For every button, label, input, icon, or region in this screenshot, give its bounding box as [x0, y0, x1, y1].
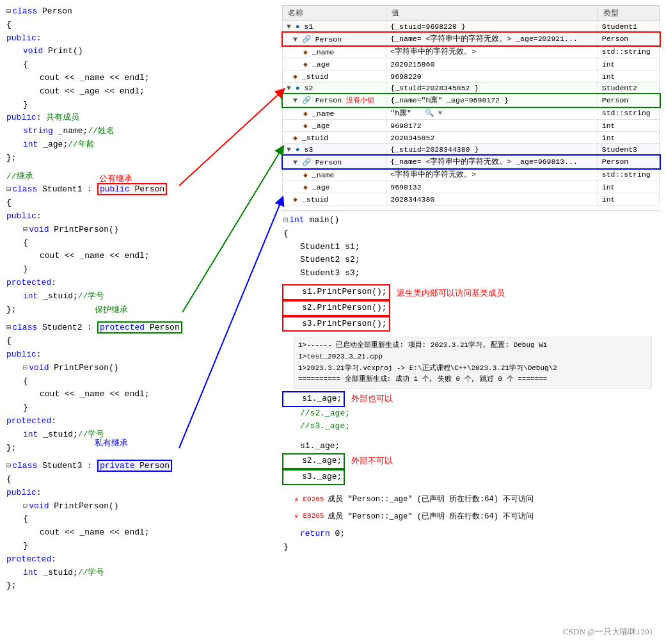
table-row: ◆ _name "h廪" 🔍 ▼ std::string: [283, 107, 660, 120]
row-type: int: [598, 70, 659, 83]
row-name: ▼ ● s1: [283, 21, 386, 33]
code-line: };: [5, 579, 266, 593]
left-code-panel: ⊟class Person { public: void Print() { c…: [0, 0, 266, 598]
code-line: {: [5, 335, 266, 348]
annotation-private-inherit: 私有继承: [95, 437, 128, 449]
col-header-name: 名称: [283, 6, 386, 21]
row-type: Student3: [598, 144, 659, 156]
code-line: ⊟void PrintPerson(): [5, 500, 266, 513]
row-type: int: [598, 193, 659, 205]
code-line: //继承: [5, 170, 266, 184]
error-text: 成员 "Person::_age" (已声明 所在行数:64) 不可访问: [328, 511, 534, 523]
code-line: {: [5, 513, 266, 526]
footer-text: CSDN @一只大喵咪1201: [563, 626, 653, 638]
error-row: ⚡ E0265 成员 "Person::_age" (已声明 所在行数:64) …: [294, 508, 661, 525]
error-icon: ⚡: [294, 493, 299, 507]
table-row: ▼ ● s2 {_stuid=2028345852 } Student2: [283, 83, 660, 94]
code-line: ⊟class Student1 : public Person: [5, 183, 266, 197]
row-type: std::string: [598, 107, 659, 120]
row-value: {_name="h廪" _age=9698172 }: [386, 94, 598, 107]
code-line: {: [5, 58, 266, 72]
output-line: ========== 全部重新生成: 成功 1 个, 失败 0 个, 跳过 0 …: [298, 374, 647, 385]
table-row: ◆ _name <字符串中的字符无效。> std::string: [283, 168, 660, 181]
table-row: ▼ ● s1 {_stuid=9698220 } Student1: [283, 21, 660, 33]
table-row: ◆ _name <字符串中的字符无效。> std::string: [283, 45, 660, 58]
printperson-box-red3: s3.PrintPerson();: [282, 316, 390, 332]
error-code[interactable]: E0265: [303, 494, 324, 506]
annotation-external-no: 外部不可以: [351, 453, 393, 468]
code-line: ⊟void PrintPerson(): [5, 362, 266, 375]
code-line: int _stuid;//学号: [5, 290, 266, 303]
code-line: ⊟void PrintPerson(): [5, 223, 266, 237]
row-type: std::string: [598, 168, 659, 181]
code-line: ⊟class Person: [5, 5, 266, 19]
code-line: ⊟class Student3 : private Person: [5, 460, 266, 473]
code-line: return 0;: [282, 527, 661, 541]
annotation-public-inherit: 公有继承: [99, 173, 132, 184]
row-value: 9698220: [386, 70, 598, 83]
code-line: ⊟int main(): [282, 214, 661, 227]
code-line: };: [5, 442, 266, 455]
code-line: cout << _name << endl;: [5, 250, 266, 263]
code-line: public: 共有成员: [5, 111, 266, 125]
code-line: };: [5, 152, 266, 165]
code-line: protected:: [5, 415, 266, 428]
row-value: {_name= <字符串中的字符无效。> _age=969813...: [386, 156, 598, 168]
row-name: ◆ _stuid: [283, 70, 386, 83]
row-name: ◆ _name: [283, 168, 386, 181]
debug-table: 名称 值 类型 ▼ ● s1 {_stuid=9698220 } Student…: [282, 5, 660, 205]
code-line: Student2 s2;: [282, 254, 661, 267]
code-line: }: [282, 541, 661, 554]
s2-age-box: s2._age;: [282, 453, 345, 469]
row-type: Person: [598, 156, 659, 168]
row-type: Student2: [598, 83, 659, 94]
code-line: int _stuid;//学号: [5, 567, 266, 580]
row-value: 9698132: [386, 181, 598, 193]
row-value: "h廪" 🔍 ▼: [386, 107, 598, 120]
code-line: public:: [5, 32, 266, 45]
printperson-box-red: s1.PrintPerson();: [282, 284, 390, 300]
table-row: ◆ _stuid 2028344380 int: [283, 193, 660, 205]
error-code[interactable]: E0265: [303, 511, 324, 522]
row-name: ◆ _stuid: [283, 132, 386, 144]
output-line: 1>2023.3.21学习.vcxproj -> E:\正式课程\C++\202…: [298, 363, 647, 374]
row-type: int: [598, 132, 659, 144]
annotation-protected-inherit: 保护继承: [95, 304, 128, 316]
code-line: cout << _name << endl;: [5, 526, 266, 540]
error-icon: ⚡: [294, 510, 299, 524]
row-value: 2029215860: [386, 58, 598, 70]
code-line: protected:: [5, 553, 266, 567]
row-type: Person: [598, 94, 659, 107]
table-row: ▼ 🔗 Person 没有小锁 {_name="h廪" _age=9698172…: [283, 94, 660, 107]
code-line: cout << _name << endl;: [5, 388, 266, 401]
row-type: Person: [598, 33, 659, 45]
code-line: }: [5, 99, 266, 112]
class-person-section: ⊟class Person { public: void Print() { c…: [5, 5, 266, 165]
code-line: s1._age;: [282, 440, 661, 453]
row-value: {_stuid=2028344380 }: [386, 144, 598, 156]
col-header-type: 类型: [598, 6, 659, 21]
row-name: ▼ 🔗 Person: [283, 33, 386, 45]
code-line: }: [5, 263, 266, 277]
printperson-box-red2: s2.PrintPerson();: [282, 300, 390, 316]
row-name: ◆ _stuid: [283, 193, 386, 205]
row-name: ▼ 🔗 Person 没有小锁: [283, 94, 386, 107]
row-type: int: [598, 58, 659, 70]
code-line: string _name;//姓名: [5, 125, 266, 138]
code-line: public:: [5, 348, 266, 362]
row-name: ◆ _name: [283, 45, 386, 58]
code-line: {: [5, 473, 266, 487]
row-value: 2028344380: [386, 193, 598, 205]
code-line: };: [5, 303, 266, 317]
row-name: ◆ _age: [283, 58, 386, 70]
row-type: Student1: [598, 21, 659, 33]
code-line: {: [5, 19, 266, 32]
table-row: ◆ _stuid 2028345852 int: [283, 132, 660, 144]
code-line: //s3._age;: [282, 420, 661, 433]
s3-age-box: s3._age;: [282, 469, 345, 485]
row-value: <字符串中的字符无效。>: [386, 168, 598, 181]
code-line: Student1 s1;: [282, 241, 661, 254]
code-line: protected:: [5, 277, 266, 290]
row-value: {_stuid=2028345852 }: [386, 83, 598, 94]
s1-age-box: s1._age;: [282, 391, 345, 407]
